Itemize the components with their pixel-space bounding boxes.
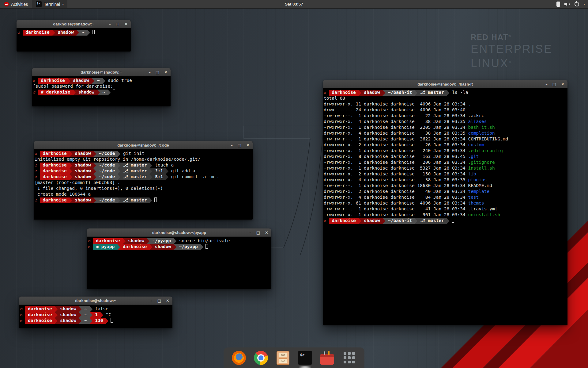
activities-button[interactable]: Activities <box>0 0 32 8</box>
dock-item-firefox[interactable] <box>232 351 246 365</box>
terminal-content[interactable]: ↺ darknoise shadow ~/pyapp source bin/ac… <box>87 237 271 289</box>
dock-item-chrome[interactable] <box>254 351 268 365</box>
ls-row: drwxrwxr-x. 8 darknoise darknoise 163 Ja… <box>324 154 468 159</box>
maximize-button[interactable]: □ <box>238 143 241 148</box>
titlebar[interactable]: darknoise@shadow:~/code – □ ✕ <box>34 141 253 149</box>
file-name: .ackrc <box>468 113 484 118</box>
terminal-line: drwxrwxr-x. 4 darknoise darknoise 38 Jan… <box>324 177 567 183</box>
powerline-separator <box>415 90 417 96</box>
files-icon <box>277 351 289 365</box>
chevron-down-icon: ▾ <box>583 2 585 6</box>
host-segment: shadow <box>126 238 147 244</box>
powerline-separator <box>87 30 90 36</box>
dock: $> <box>224 347 364 368</box>
terminal-line: [master (root-commit) 50bcb63] . <box>35 180 253 186</box>
user-segment: darknoise <box>93 238 123 244</box>
terminal-window-pyapp[interactable]: darknoise@shadow:~/pyapp – □ ✕ ↺ darknoi… <box>87 228 271 289</box>
prompt-icon: ↺ <box>20 306 25 311</box>
close-button[interactable]: ✕ <box>164 70 168 75</box>
path-segment: ~/code <box>96 197 118 203</box>
terminal-line: -rw-rw-r--. 1 darknoise darknoise 22 Jan… <box>324 113 567 119</box>
powerline-separator <box>55 312 58 318</box>
close-button[interactable]: ✕ <box>166 298 169 303</box>
terminal-line: drwxrwxr-x. 2 darknoise darknoise 26 Jan… <box>324 142 567 148</box>
prompt-icon: ↺ <box>88 244 93 249</box>
powerline-separator <box>70 168 72 174</box>
prompt-icon: ↺ <box>35 168 40 173</box>
minimize-button[interactable]: – <box>149 70 151 75</box>
ls-row: -rwxrwxr-x. 1 darknoise darknoise 961 Ja… <box>324 212 468 217</box>
ls-row: -rw-rw-r--. 1 darknoise darknoise 41 Jan… <box>324 206 468 211</box>
host-segment: shadow <box>58 312 79 318</box>
powerline-separator <box>447 90 450 96</box>
terminal-content[interactable]: ↺ darknoise shadow ~ sudo true[sudo] pas… <box>32 76 171 106</box>
terminal-line: total 68 <box>324 96 567 102</box>
path-segment: ~/code <box>96 174 118 180</box>
terminal-line: 1 file changed, 0 insertions(+), 0 delet… <box>35 186 253 192</box>
close-button[interactable]: ✕ <box>561 82 564 86</box>
brand-line2: ENTERPRISE <box>471 42 552 56</box>
titlebar[interactable]: darknoise@shadow:~ – □ ✕ <box>17 20 131 28</box>
maximize-button[interactable]: □ <box>116 22 119 26</box>
terminal-window-code[interactable]: darknoise@shadow:~/code – □ ✕ ↺ darknois… <box>34 141 253 220</box>
system-status-area[interactable]: ▾ <box>556 0 585 8</box>
minimize-button[interactable]: – <box>231 143 233 148</box>
path-segment: ~/bash-it <box>385 90 415 96</box>
drawer-bottom <box>279 358 287 363</box>
output-text: Initialized empty Git repository in /hom… <box>35 157 200 162</box>
titlebar[interactable]: darknoise@shadow:~/bash-it – □ ✕ <box>323 80 567 88</box>
close-button[interactable]: ✕ <box>265 230 268 235</box>
registered-mark: ® <box>509 60 512 64</box>
terminal-window-home-1[interactable]: darknoise@shadow:~ – □ ✕ ↺ darknoise sha… <box>17 20 131 52</box>
dock-item-toolbox[interactable] <box>320 351 334 365</box>
git-branch-segment: ⎇ master <box>417 90 447 96</box>
terminal-line: drwxrwxr-x. 8 darknoise darknoise 163 Ja… <box>324 154 567 160</box>
terminal-content[interactable]: ↺ darknoise shadow ~/bash-it ⎇ master ls… <box>323 88 567 325</box>
maximize-button[interactable]: □ <box>552 82 556 86</box>
close-button[interactable]: ✕ <box>246 143 250 148</box>
minimize-button[interactable]: – <box>545 82 548 86</box>
ls-row: drwxrwxr-x. 61 darknoise darknoise 4096 … <box>324 201 468 205</box>
window-title: darknoise@shadow:~/code <box>117 143 169 148</box>
close-button[interactable]: ✕ <box>124 22 128 26</box>
terminal-window-sudo[interactable]: darknoise@shadow:~ – □ ✕ ↺ darknoise sha… <box>32 68 171 106</box>
maximize-button[interactable]: □ <box>157 298 161 303</box>
exec-name: .gitignore <box>468 160 495 165</box>
powerline-separator <box>108 90 111 95</box>
titlebar[interactable]: darknoise@shadow:~/pyapp – □ ✕ <box>87 228 271 237</box>
terminal-window-bash-it[interactable]: darknoise@shadow:~/bash-it – □ ✕ ↺ darkn… <box>323 80 567 325</box>
titlebar[interactable]: darknoise@shadow:~ – □ ✕ <box>32 68 171 76</box>
minimize-button[interactable]: – <box>109 22 111 26</box>
host-segment: shadow <box>72 174 94 180</box>
terminal-content[interactable]: ↺ darknoise shadow ~ <box>17 28 131 52</box>
dock-item-files[interactable] <box>276 351 290 365</box>
maximize-button[interactable]: □ <box>156 70 159 75</box>
terminal-line: ↺ darknoise shadow ~/code ⎇ master ?:1 g… <box>35 168 253 174</box>
maximize-button[interactable]: □ <box>256 230 260 235</box>
output-text: total 68 <box>324 96 345 101</box>
dock-item-app-grid[interactable] <box>342 351 356 365</box>
firefox-icon <box>232 351 246 365</box>
terminal-line: Initialized empty Git repository in /hom… <box>35 157 253 163</box>
prompt-icon: ↺ <box>17 30 23 35</box>
path-segment: ~/code <box>96 168 118 174</box>
command-text: touch a <box>152 163 174 167</box>
dir-name: .. <box>468 107 473 112</box>
powerline-separator <box>447 218 450 224</box>
minimize-button[interactable]: – <box>150 298 153 303</box>
terminal-content[interactable]: ↺ darknoise shadow ~ false↺ darknoise sh… <box>19 305 172 328</box>
dock-item-terminal[interactable]: $> <box>298 351 312 365</box>
output-text: [sudo] password for darknoise: <box>33 84 113 89</box>
user-segment: darknoise <box>40 163 69 168</box>
window-title: darknoise@shadow:~ <box>81 70 122 75</box>
minimize-button[interactable]: – <box>249 230 251 235</box>
dir-name: test <box>468 195 479 200</box>
clock[interactable]: Sat 03:57 <box>285 2 303 6</box>
file-name: .travis.yml <box>468 206 497 211</box>
app-menu-terminal[interactable]: $> Terminal ▾ <box>32 0 67 8</box>
powerline-separator <box>174 244 176 250</box>
terminal-window-home-2[interactable]: darknoise@shadow:~ – □ ✕ ↺ darknoise sha… <box>19 297 172 328</box>
titlebar[interactable]: darknoise@shadow:~ – □ ✕ <box>19 297 172 305</box>
user-segment: darknoise <box>40 168 69 174</box>
terminal-content[interactable]: ↺ darknoise shadow ~/code git initInitia… <box>34 149 253 220</box>
